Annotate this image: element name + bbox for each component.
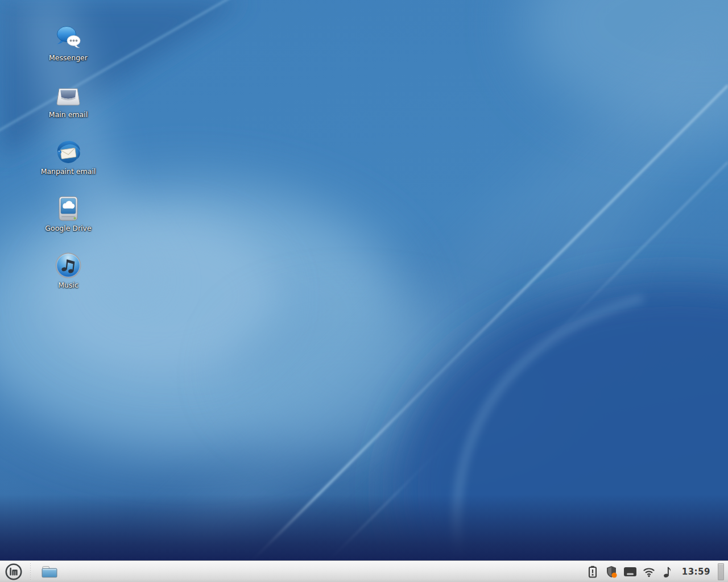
sound-note-icon[interactable]	[661, 563, 675, 580]
panel-applet-handle[interactable]	[28, 563, 32, 580]
desktop-icon-label: Google Drive	[45, 225, 91, 232]
panel-empty-area	[62, 561, 586, 582]
wifi-icon[interactable]	[642, 563, 656, 580]
desktop-icon-google-drive[interactable]: Google Drive	[40, 195, 97, 252]
desktop-icon-messenger[interactable]: Messenger	[40, 24, 97, 81]
battery-warning-icon[interactable]	[586, 563, 599, 580]
desktop-icon-label: Messenger	[49, 54, 88, 62]
desktop-icon-music[interactable]: Music	[40, 252, 97, 309]
screen-icon[interactable]	[623, 563, 637, 580]
inbox-tray-icon	[55, 81, 82, 109]
drive-cloud-icon	[55, 195, 82, 222]
taskbar: 13:59	[0, 560, 728, 582]
desktop-icon-manpaint-email[interactable]: Manpaint email	[40, 138, 97, 195]
desktop-icon-label: Main email	[49, 111, 88, 119]
file-manager-launcher[interactable]	[37, 561, 62, 582]
update-badge	[611, 572, 617, 577]
folder-icon	[40, 564, 59, 579]
desktop-icon-column: Messenger Main	[40, 24, 97, 309]
desktop-icon-main-email[interactable]: Main email	[40, 81, 97, 138]
mint-menu-button[interactable]	[0, 561, 27, 582]
desktop-icon-label: Manpaint email	[41, 168, 96, 176]
clock[interactable]: 13:59	[680, 567, 713, 577]
wallpaper	[0, 0, 728, 560]
update-shield-icon[interactable]	[605, 563, 618, 580]
chat-bubbles-icon	[55, 24, 82, 52]
linux-mint-logo-icon	[5, 563, 23, 581]
show-desktop-button[interactable]	[718, 563, 724, 580]
music-note-circle-icon	[55, 252, 82, 279]
desktop-icon-label: Music	[58, 281, 78, 289]
system-tray: 13:59	[586, 563, 728, 580]
thunderbird-icon	[55, 138, 82, 165]
desktop: Messenger Main	[0, 0, 728, 582]
